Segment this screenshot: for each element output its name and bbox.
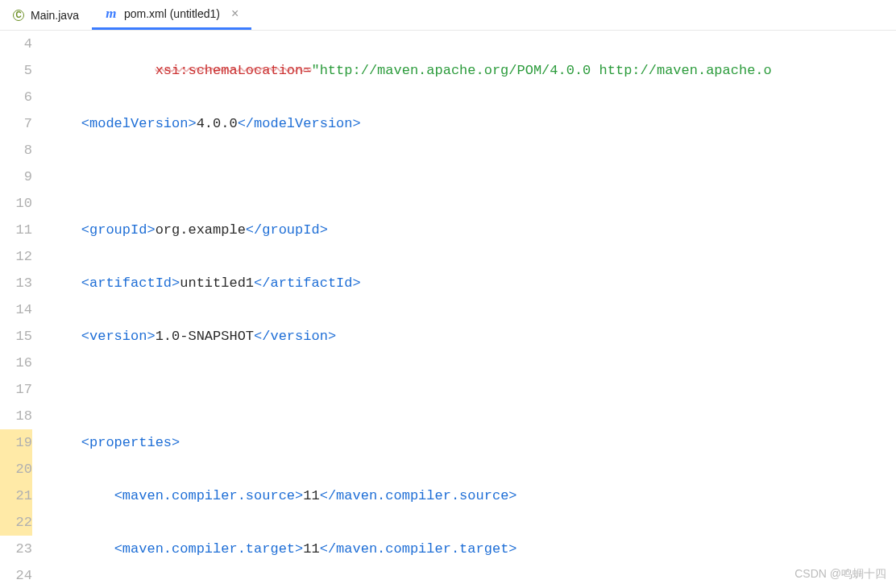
- line-gutter: 4567 891011 12131415 161718 19202122 232…: [0, 31, 48, 588]
- maven-icon: m: [105, 7, 118, 20]
- tab-main-java[interactable]: C Main.java: [0, 0, 92, 30]
- code-line[interactable]: <maven.compiler.source>11</maven.compile…: [48, 482, 896, 509]
- code-line[interactable]: <maven.compiler.target>11</maven.compile…: [48, 536, 896, 562]
- code-line[interactable]: <artifactId>untitled1</artifactId>: [48, 270, 896, 296]
- watermark: CSDN @鸣蜩十四: [794, 567, 886, 582]
- tab-label: Main.java: [31, 9, 79, 22]
- tab-label: pom.xml (untitled1): [124, 7, 220, 20]
- code-line[interactable]: [48, 376, 896, 403]
- code-line[interactable]: <version>1.0-SNAPSHOT</version>: [48, 323, 896, 350]
- java-class-icon: C: [13, 10, 24, 21]
- code-line[interactable]: xsi:schemaLocation="http://maven.apache.…: [48, 57, 896, 84]
- editor-tabs: C Main.java m pom.xml (untitled1) ×: [0, 0, 896, 31]
- code-line[interactable]: <properties>: [48, 429, 896, 456]
- code-editor[interactable]: 4567 891011 12131415 161718 19202122 232…: [0, 31, 896, 588]
- code-line[interactable]: <groupId>org.example</groupId>: [48, 217, 896, 243]
- code-line[interactable]: [48, 164, 896, 190]
- code-line[interactable]: <modelVersion>4.0.0</modelVersion>: [48, 110, 896, 137]
- tab-pom-xml[interactable]: m pom.xml (untitled1) ×: [92, 0, 251, 30]
- code-area[interactable]: xsi:schemaLocation="http://maven.apache.…: [48, 31, 896, 588]
- close-icon[interactable]: ×: [231, 7, 239, 20]
